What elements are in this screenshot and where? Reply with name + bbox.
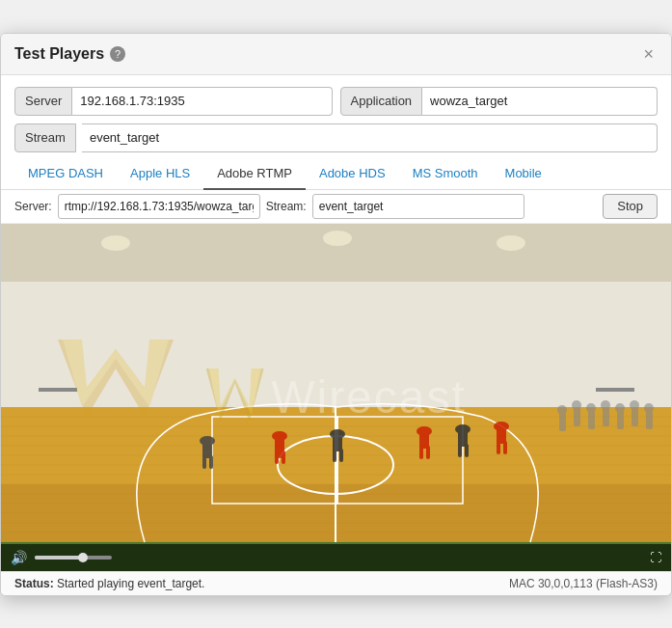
stream-input[interactable] bbox=[82, 123, 658, 152]
svg-rect-40 bbox=[497, 441, 500, 454]
application-group: Application bbox=[340, 87, 659, 116]
application-label: Application bbox=[340, 87, 423, 116]
svg-rect-53 bbox=[209, 455, 213, 469]
stream-row: Stream bbox=[14, 123, 658, 152]
status-left: Status: Started playing event_target. bbox=[14, 577, 204, 590]
svg-rect-60 bbox=[603, 407, 609, 426]
svg-rect-37 bbox=[426, 446, 430, 459]
svg-point-65 bbox=[630, 400, 639, 410]
application-input[interactable] bbox=[422, 87, 658, 116]
stream-label: Stream bbox=[14, 123, 76, 152]
close-button[interactable]: × bbox=[639, 43, 658, 65]
svg-rect-62 bbox=[617, 410, 624, 429]
svg-point-27 bbox=[323, 231, 352, 246]
server-input[interactable] bbox=[72, 87, 332, 116]
tab-adobe-hds[interactable]: Adobe HDS bbox=[306, 158, 399, 190]
test-players-dialog: Test Players ? × Server Application Stre… bbox=[0, 33, 672, 596]
tab-mpeg-dash[interactable]: MPEG DASH bbox=[14, 158, 117, 190]
player-stream-label: Stream: bbox=[266, 200, 307, 213]
status-message: Started playing event_target. bbox=[57, 577, 204, 590]
server-label: Server bbox=[14, 87, 72, 116]
form-section: Server Application Stream bbox=[1, 75, 671, 158]
status-tech-info: MAC 30,0,0,113 (Flash-AS3) bbox=[509, 577, 658, 590]
svg-rect-24 bbox=[39, 388, 77, 392]
svg-rect-32 bbox=[275, 451, 279, 464]
server-group: Server bbox=[14, 87, 333, 116]
video-controls-bar: 🔊 ⛶ bbox=[1, 544, 671, 571]
player-server-label: Server: bbox=[14, 200, 52, 213]
volume-icon[interactable]: 🔊 bbox=[11, 550, 27, 565]
svg-point-63 bbox=[615, 403, 625, 413]
svg-point-28 bbox=[497, 235, 525, 251]
tab-mobile[interactable]: Mobile bbox=[492, 158, 555, 190]
svg-rect-33 bbox=[282, 451, 285, 464]
status-label: Status: bbox=[14, 577, 54, 590]
svg-rect-64 bbox=[632, 407, 638, 426]
svg-rect-52 bbox=[202, 455, 206, 469]
svg-point-67 bbox=[644, 403, 654, 413]
svg-rect-45 bbox=[339, 449, 343, 462]
svg-rect-49 bbox=[465, 444, 469, 457]
tab-apple-hls[interactable]: Apple HLS bbox=[117, 158, 203, 190]
player-stream-input[interactable] bbox=[312, 194, 524, 219]
dialog-header: Test Players ? × bbox=[1, 34, 671, 75]
help-icon[interactable]: ? bbox=[110, 46, 125, 62]
svg-rect-56 bbox=[574, 407, 580, 426]
svg-rect-58 bbox=[588, 410, 595, 429]
svg-rect-54 bbox=[559, 412, 566, 431]
stop-button[interactable]: Stop bbox=[603, 194, 658, 219]
server-app-row: Server Application bbox=[14, 87, 658, 116]
svg-rect-41 bbox=[503, 441, 507, 454]
title-row: Test Players ? bbox=[14, 45, 125, 63]
dialog-title: Test Players bbox=[14, 45, 104, 63]
player-controls-bar: Server: Stream: Stop bbox=[1, 190, 671, 224]
svg-point-55 bbox=[557, 405, 567, 415]
volume-fill bbox=[35, 556, 85, 560]
svg-point-26 bbox=[101, 235, 130, 251]
svg-point-57 bbox=[572, 400, 581, 410]
tabs-row: MPEG DASH Apple HLS Adobe RTMP Adobe HDS… bbox=[1, 158, 671, 190]
status-bar: Status: Started playing event_target. MA… bbox=[1, 571, 671, 595]
tab-ms-smooth[interactable]: MS Smooth bbox=[399, 158, 492, 190]
svg-rect-66 bbox=[646, 410, 653, 429]
fullscreen-icon[interactable]: ⛶ bbox=[650, 551, 661, 564]
tab-adobe-rtmp[interactable]: Adobe RTMP bbox=[203, 158, 306, 190]
svg-point-61 bbox=[601, 400, 610, 410]
svg-rect-44 bbox=[333, 449, 336, 462]
video-player: Wirecast 🔊 ⛶ bbox=[1, 224, 671, 571]
volume-slider[interactable] bbox=[35, 556, 112, 560]
svg-rect-25 bbox=[596, 388, 634, 392]
player-server-input[interactable] bbox=[58, 194, 260, 219]
svg-rect-48 bbox=[458, 444, 462, 457]
svg-point-59 bbox=[586, 403, 596, 413]
volume-thumb bbox=[78, 553, 88, 562]
svg-rect-36 bbox=[419, 446, 423, 459]
